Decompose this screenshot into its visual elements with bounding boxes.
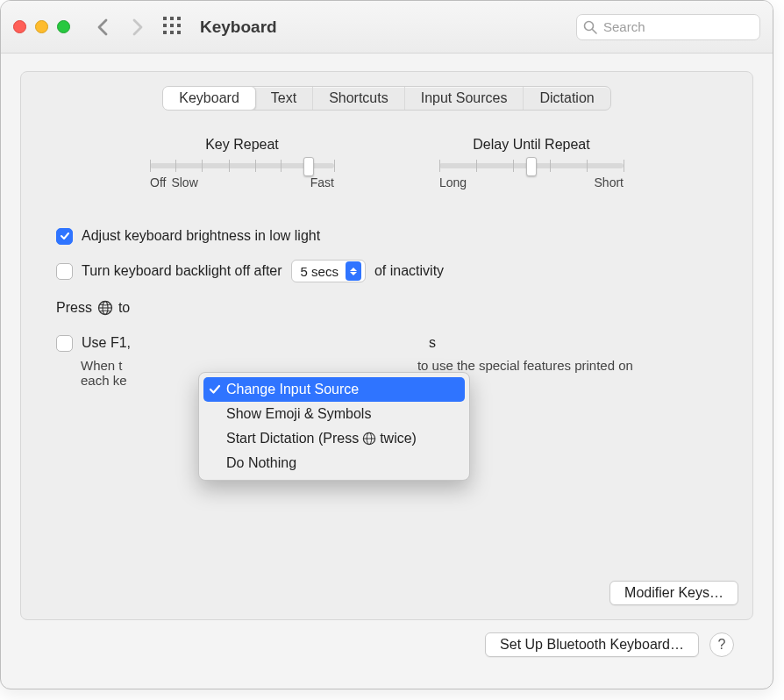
delay-repeat-title: Delay Until Repeat xyxy=(439,137,624,153)
svg-line-10 xyxy=(593,29,597,33)
globe-icon xyxy=(97,300,113,316)
search-input[interactable] xyxy=(576,14,760,40)
menu-item-label: Do Nothing xyxy=(226,455,296,471)
footer-row: Set Up Bluetooth Keyboard… ? xyxy=(20,620,753,657)
svg-rect-5 xyxy=(177,24,181,27)
tab-label: Shortcuts xyxy=(329,90,388,106)
key-repeat-block: Key Repeat Off Slow Fast xyxy=(150,137,334,189)
svg-rect-7 xyxy=(170,31,174,34)
svg-rect-4 xyxy=(170,24,174,27)
label-slow: Slow xyxy=(171,175,197,189)
modifier-keys-button[interactable]: Modifier Keys… xyxy=(609,581,738,605)
fn-checkbox[interactable] xyxy=(56,335,73,352)
svg-rect-3 xyxy=(163,24,167,27)
stepper-icon xyxy=(346,261,361,281)
fn-caption-left: When t xyxy=(81,358,123,373)
backlight-checkbox[interactable] xyxy=(56,263,73,280)
sliders-row: Key Repeat Off Slow Fast Delay Until xyxy=(21,137,752,189)
delay-repeat-slider[interactable] xyxy=(439,163,624,168)
menu-item-do-nothing[interactable]: Do Nothing xyxy=(203,451,465,475)
setup-bluetooth-keyboard-button[interactable]: Set Up Bluetooth Keyboard… xyxy=(485,632,699,657)
menu-item-show-emoji[interactable]: Show Emoji & Symbols xyxy=(203,402,465,426)
system-preferences-window: Keyboard Keyboard Text Shortcuts Input S… xyxy=(0,0,773,689)
delay-repeat-block: Delay Until Repeat Long Short xyxy=(439,137,624,189)
label-long: Long xyxy=(439,175,467,189)
show-all-preferences-button[interactable] xyxy=(163,17,181,38)
search-field-wrap xyxy=(576,14,760,40)
press-prefix: Press xyxy=(56,300,92,316)
titlebar: Keyboard xyxy=(1,1,773,54)
tab-label: Keyboard xyxy=(179,90,239,106)
menu-item-start-dictation[interactable]: Start Dictation (Press twice) xyxy=(203,426,465,451)
brightness-label: Adjust keyboard brightness in low light xyxy=(82,228,320,244)
menu-item-label: Change Input Source xyxy=(226,382,359,397)
tab-keyboard[interactable]: Keyboard xyxy=(162,86,256,111)
menu-item-change-input-source[interactable]: Change Input Source xyxy=(203,377,465,402)
tab-input-sources[interactable]: Input Sources xyxy=(405,87,524,110)
opt-backlight-row: Turn keyboard backlight off after 5 secs… xyxy=(56,260,717,282)
minimize-window-button[interactable] xyxy=(35,20,48,33)
backlight-duration-value: 5 secs xyxy=(301,264,339,279)
setup-bt-label: Set Up Bluetooth Keyboard… xyxy=(500,637,684,653)
tab-dictation[interactable]: Dictation xyxy=(524,87,609,110)
svg-rect-6 xyxy=(163,31,167,34)
brightness-checkbox[interactable] xyxy=(56,228,73,245)
preferences-panel: Keyboard Text Shortcuts Input Sources Di… xyxy=(20,71,753,620)
label-fast: Fast xyxy=(310,175,334,189)
svg-rect-0 xyxy=(163,17,167,20)
key-repeat-thumb[interactable] xyxy=(303,157,314,176)
tab-shortcuts[interactable]: Shortcuts xyxy=(313,87,405,110)
label-off: Off xyxy=(150,175,166,189)
tab-label: Input Sources xyxy=(421,90,508,106)
backlight-duration-popup[interactable]: 5 secs xyxy=(291,260,366,282)
label-short: Short xyxy=(595,175,624,189)
modifier-keys-label: Modifier Keys… xyxy=(624,585,723,601)
forward-button[interactable] xyxy=(132,18,144,36)
key-repeat-slider[interactable] xyxy=(150,163,334,168)
press-globe-row: Press to xyxy=(56,300,717,316)
svg-rect-2 xyxy=(177,17,181,20)
back-button[interactable] xyxy=(96,18,109,36)
opt-fn-row: Use F1, s xyxy=(56,332,717,354)
fn-caption-right: to use the special features printed on xyxy=(417,358,633,373)
menu-item-label: Show Emoji & Symbols xyxy=(226,406,371,422)
zoom-window-button[interactable] xyxy=(57,20,70,33)
menu-item-label-post: twice) xyxy=(380,431,417,446)
tab-label: Text xyxy=(271,90,296,106)
page-title: Keyboard xyxy=(200,18,277,37)
key-repeat-labels: Off Slow Fast xyxy=(150,175,334,189)
nav-back-forward xyxy=(96,18,144,36)
help-button[interactable]: ? xyxy=(709,632,734,657)
fn-caption-line2: each ke xyxy=(81,373,127,388)
press-middle: to xyxy=(118,300,130,316)
press-globe-dropdown-menu[interactable]: Change Input Source Show Emoji & Symbols… xyxy=(198,372,470,481)
segmented-control: Keyboard Text Shortcuts Input Sources Di… xyxy=(162,86,610,111)
fn-label-right: s xyxy=(429,335,436,351)
delay-repeat-thumb[interactable] xyxy=(526,157,537,176)
options: Adjust keyboard brightness in low light … xyxy=(56,225,717,282)
tab-label: Dictation xyxy=(539,90,594,106)
backlight-prefix: Turn keyboard backlight off after xyxy=(82,263,282,279)
svg-rect-1 xyxy=(170,17,174,20)
tabs-bar: Keyboard Text Shortcuts Input Sources Di… xyxy=(21,86,752,111)
search-icon xyxy=(583,20,597,38)
menu-item-label-pre: Start Dictation (Press xyxy=(226,431,359,446)
fn-label-left: Use F1, xyxy=(82,335,131,351)
delay-repeat-labels: Long Short xyxy=(439,175,624,189)
help-label: ? xyxy=(718,637,726,653)
globe-icon xyxy=(362,432,376,446)
backlight-suffix: of inactivity xyxy=(374,263,444,279)
tab-text[interactable]: Text xyxy=(255,87,313,110)
content-area: Keyboard Text Shortcuts Input Sources Di… xyxy=(1,54,773,675)
key-repeat-title: Key Repeat xyxy=(150,137,334,153)
opt-brightness-row: Adjust keyboard brightness in low light xyxy=(56,225,717,247)
window-controls xyxy=(13,20,70,33)
svg-rect-8 xyxy=(177,31,181,34)
close-window-button[interactable] xyxy=(13,20,26,33)
checkmark-icon xyxy=(209,383,221,399)
